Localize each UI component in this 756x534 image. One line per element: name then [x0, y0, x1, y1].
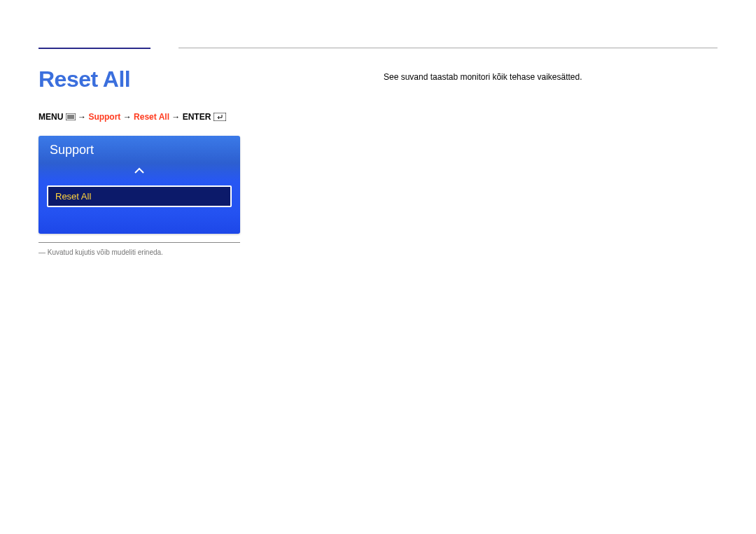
osd-header: Support: [38, 136, 240, 163]
osd-footer: [38, 213, 240, 234]
breadcrumb-menu: MENU: [38, 112, 63, 122]
accent-rule-short: [38, 48, 150, 49]
breadcrumb-arrow-1: →: [78, 112, 86, 122]
accent-rule-long: [178, 48, 718, 48]
osd-item-reset-all[interactable]: Reset All: [47, 185, 232, 207]
footnote: ― Kuvatud kujutis võib mudeliti erineda.: [38, 248, 718, 256]
menu-icon: [66, 113, 76, 122]
breadcrumb: MENU → Support → Reset All → ENTER: [38, 112, 718, 123]
breadcrumb-support: Support: [88, 112, 120, 122]
breadcrumb-enter: ENTER: [183, 112, 211, 122]
svg-rect-4: [214, 113, 226, 121]
breadcrumb-reset-all: Reset All: [134, 112, 169, 122]
breadcrumb-arrow-2: →: [123, 112, 132, 122]
osd-panel: Support Reset All: [38, 136, 240, 234]
footnote-rule: [38, 242, 240, 243]
osd-item-row: Reset All: [38, 181, 240, 213]
breadcrumb-arrow-3: →: [172, 112, 180, 122]
page-container: Reset All MENU → Support → Reset All → E…: [0, 0, 756, 256]
page-title: Reset All: [38, 66, 718, 92]
chevron-up-icon: [134, 164, 145, 176]
description-text: See suvand taastab monitori kõik tehase …: [384, 72, 582, 82]
osd-scroll-up[interactable]: [38, 163, 240, 181]
enter-icon: [214, 113, 226, 123]
